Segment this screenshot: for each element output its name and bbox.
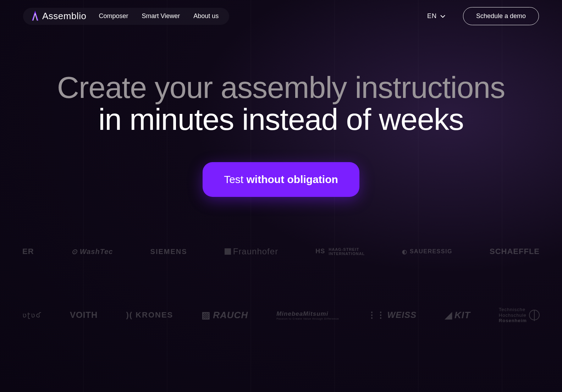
hero-title-line2: in minutes instead of weeks [0,103,562,135]
header-right: EN Schedule a demo [427,7,539,25]
partner-logo: ▨ RAUCH [202,310,248,321]
washtec-icon: ⊙ [71,247,78,256]
weiss-icon: ⋮⋮ [368,310,385,320]
partner-logo: VOITH [70,310,98,320]
rosenheim-icon [529,310,540,320]
hero-title-line1: Create your assembly instructions [0,71,562,103]
partner-logos-row-2: ʋʈʋʛ VOITH )( KRONES ▨ RAUCH MinebeaMits… [22,307,540,324]
brand-logo[interactable]: Assemblio [30,11,86,22]
brand-name: Assemblio [42,11,86,22]
nav-links: Composer Smart Viewer About us [99,12,219,20]
test-cta-button[interactable]: Test without obligation [203,162,359,197]
cta-text-bold: without obligation [247,173,338,185]
partner-logo: Technische Hochschule Rosenheim [499,307,540,324]
saueressig-icon: ◐ [402,248,408,255]
header: Assemblio Composer Smart Viewer About us… [0,0,562,32]
partner-logo: MinebeaMitsumi Passion to Create Value t… [276,310,339,320]
partner-logo: Fraunhofer [225,247,278,256]
fraunhofer-icon [225,248,231,255]
partner-logo: ʋʈʋʛ [22,311,42,319]
kit-icon: ◢ [445,310,452,321]
chevron-down-icon [440,15,445,18]
partner-logo: ⋮⋮ WEISS [368,310,417,320]
partner-logo: ER [22,247,34,256]
hero-section: Create your assembly instructions in min… [0,32,562,197]
partner-logo: ⊙ WashTec [71,247,113,256]
partner-logo: )( KRONES [126,310,173,320]
partner-logo: ◢ KIT [445,310,470,321]
logo-mark-icon [30,11,40,22]
hs-icon: HS [315,248,325,255]
partner-logo: SCHAEFFLE [490,247,540,256]
nav-link-composer[interactable]: Composer [99,12,128,20]
partner-logo: HS HAAG-STREIT INTERNATIONAL [315,247,365,256]
schedule-demo-button[interactable]: Schedule a demo [463,7,539,25]
language-label: EN [427,12,437,20]
partner-logo: SIEMENS [150,248,187,256]
nav-link-smart-viewer[interactable]: Smart Viewer [142,12,180,20]
partner-logo: ◐ SAUERESSIG [402,248,452,255]
nav-container: Assemblio Composer Smart Viewer About us [23,8,229,25]
rauch-icon: ▨ [202,310,211,321]
nav-link-about-us[interactable]: About us [193,12,219,20]
cta-text-light: Test [224,173,246,185]
partner-logos-row-1: ER ⊙ WashTec SIEMENS Fraunhofer HS HAAG-… [22,247,540,256]
language-selector[interactable]: EN [427,12,445,20]
hero-title: Create your assembly instructions in min… [0,71,562,136]
